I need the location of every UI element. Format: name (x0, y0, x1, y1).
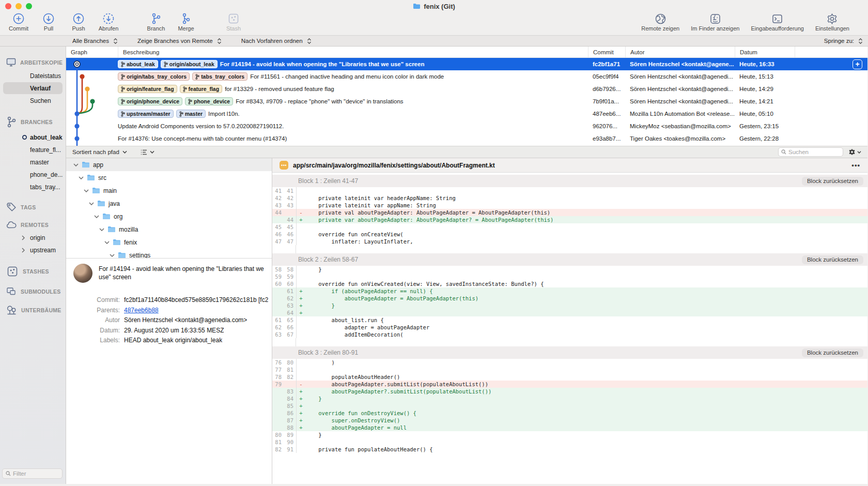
chevron-down-icon[interactable] (84, 189, 89, 192)
zoom-window-button[interactable] (26, 3, 32, 9)
diff-line[interactable]: 4343 private lateinit var appName: Strin… (272, 202, 867, 209)
diff-line[interactable]: 5858 } (272, 266, 867, 273)
sidebar-item-master[interactable]: master (3, 156, 63, 168)
traffic-lights[interactable] (5, 3, 32, 9)
abrufen-button[interactable]: Abrufen (97, 12, 120, 32)
branch-badge[interactable]: upstream/master (118, 110, 174, 118)
diff-line[interactable]: 79- aboutPageAdapter.submitList(populate… (272, 381, 867, 388)
parent-commit-link[interactable]: 487eeb6b88 (120, 307, 159, 314)
diff-line[interactable]: 61+ if (aboutPageAdapter == null) { (272, 287, 867, 295)
chevron-down-icon[interactable] (99, 228, 104, 231)
reset-block-button[interactable]: Block zurücksetzen (802, 348, 863, 357)
commit-row-6[interactable]: For #14376: Use concept-menu with tab co… (66, 132, 867, 145)
commit-list-header[interactable]: GraphBeschreibungCommitAutorDatum (66, 47, 867, 58)
sidebar-section-header-arbeitskopie[interactable]: ARBEITSKOPIE (0, 58, 66, 67)
branch-button[interactable]: Branch (145, 12, 167, 32)
diff-search-input[interactable] (788, 149, 835, 155)
sort-dropdown[interactable]: Sortiert nach pfad (72, 149, 127, 155)
column-header-autor[interactable]: Autor (625, 47, 735, 57)
sidebar-item-dateistatus[interactable]: Dateistatus (3, 70, 63, 82)
diff-line[interactable]: 4747 inflater: LayoutInflater, (272, 238, 867, 245)
tree-folder-app[interactable]: app (66, 158, 272, 171)
jump-to-stepper-icon[interactable] (858, 38, 863, 44)
sidebar-item-feature-fl-[interactable]: feature_fl... (3, 144, 63, 156)
stash-button[interactable]: Stash (222, 12, 245, 32)
column-header-graph[interactable]: Graph (66, 47, 118, 57)
tree-folder-main[interactable]: main (66, 184, 272, 197)
diff-line[interactable]: 6060 override fun onViewCreated(view: Vi… (272, 280, 867, 287)
column-header-datum[interactable]: Datum (735, 47, 795, 57)
reset-block-button[interactable]: Block zurücksetzen (802, 255, 863, 264)
column-header-commit[interactable]: Commit (588, 47, 625, 57)
sidebar-filter-box[interactable] (2, 468, 63, 479)
filter-dropdown-1[interactable]: Zeige Branches von Remote (137, 38, 222, 44)
diff-line[interactable]: 4242 private lateinit var headerAppName:… (272, 194, 867, 202)
merge-button[interactable]: Merge (175, 12, 197, 32)
add-tag-button[interactable]: + (853, 59, 862, 69)
chevron-down-icon[interactable] (94, 215, 99, 218)
filter-dropdown-2[interactable]: Nach Vorfahren ordnen (241, 38, 312, 44)
sidebar-section-header-unterbäume[interactable]: UNTERBÄUME (0, 305, 66, 315)
diff-line[interactable]: 86+ override fun onDestroyView() { (272, 409, 867, 417)
diff-line[interactable]: 8190 (272, 438, 867, 446)
chevron-down-icon[interactable] (73, 163, 79, 166)
diff-line[interactable]: 7680 ) (272, 359, 867, 366)
diff-line[interactable]: 85+ (272, 402, 867, 409)
tree-folder-settings[interactable]: settings (66, 249, 272, 259)
branch-badge[interactable]: origin/phone_device (118, 97, 182, 105)
chevron-down-icon[interactable] (79, 176, 84, 179)
sidebar-item-upstream[interactable]: upstream (3, 244, 63, 256)
diff-line[interactable]: 6165 about_list.run { (272, 316, 867, 324)
diff-search-box[interactable] (778, 147, 843, 157)
branch-badge[interactable]: feature_flag (180, 85, 223, 93)
tree-folder-src[interactable]: src (66, 171, 272, 184)
gear-toolbar-button[interactable]: Einstellungen (815, 12, 849, 32)
diff-line[interactable]: 4545 (272, 223, 867, 231)
commit-row-2[interactable]: origin/feature_flagfeature_flagfor #1332… (66, 83, 867, 95)
sidebar-section-header-submodules[interactable]: SUBMODULES (0, 287, 66, 296)
diff-line[interactable]: 4646 override fun onCreateView( (272, 231, 867, 238)
diff-line[interactable]: 63+ } (272, 302, 867, 309)
chevron-down-icon[interactable] (89, 202, 94, 205)
diff-line[interactable]: 87+ super.onDestroyView() (272, 417, 867, 424)
chevron-down-icon[interactable] (104, 241, 110, 244)
finder-toolbar-button[interactable]: Im Finder anzeigen (691, 12, 739, 32)
more-options-button[interactable]: ••• (851, 161, 860, 169)
branch-badge[interactable]: origin/tabs_tray_colors (118, 72, 190, 81)
diff-line[interactable]: 88+ aboutPageAdapter = null (272, 424, 867, 431)
commit-row-4[interactable]: upstream/mastermasterImport l10n.487eeb6… (66, 108, 867, 120)
globe-toolbar-button[interactable]: Remote zeigen (641, 12, 679, 32)
sidebar-section-header-stashes[interactable]: STASHES (0, 265, 66, 278)
column-header-beschreibung[interactable]: Beschreibung (118, 47, 588, 57)
diff-line[interactable]: 6266 adapter = aboutPageAdapter (272, 324, 867, 331)
commit-row-0[interactable]: about_leakorigin/about_leakFor #14194 - … (66, 58, 867, 70)
view-options-dropdown[interactable] (141, 149, 154, 155)
sidebar-section-header-branches[interactable]: BRANCHES (0, 116, 66, 128)
branch-badge[interactable]: phone_device (185, 97, 233, 105)
sidebar-item-phone-de-[interactable]: phone_de... (3, 169, 63, 180)
sidebar-section-header-tags[interactable]: TAGS (0, 202, 66, 212)
branch-badge[interactable]: about_leak (118, 60, 158, 68)
diff-line[interactable]: 64+ (272, 309, 867, 316)
diff-line[interactable]: 7781 (272, 366, 867, 373)
branch-badge[interactable]: origin/feature_flag (118, 85, 177, 93)
diff-line[interactable]: 8089 } (272, 431, 867, 438)
sidebar-item-about-leak[interactable]: about_leak (3, 131, 63, 143)
diff-settings-dropdown[interactable] (848, 148, 861, 156)
sidebar-filter-input[interactable] (13, 470, 57, 477)
branch-badge[interactable]: tabs_tray_colors (192, 72, 247, 81)
branch-badge[interactable]: master (176, 110, 206, 118)
sidebar-section-header-remotes[interactable]: REMOTES (0, 221, 66, 229)
commit-row-5[interactable]: Update Android Components version to 57.… (66, 120, 867, 132)
diff-line[interactable]: 8291 private fun populateAboutHeader() { (272, 446, 867, 453)
diff-line[interactable]: 4141 (272, 187, 867, 194)
pull-button[interactable]: Pull (37, 12, 60, 32)
terminal-toolbar-button[interactable]: Eingabeaufforderung (751, 12, 804, 32)
chevron-down-icon[interactable] (110, 254, 115, 257)
diff-line[interactable]: 7882 populateAboutHeader() (272, 373, 867, 381)
sidebar-item-suchen[interactable]: Suchen (3, 95, 63, 107)
reset-block-button[interactable]: Block zurücksetzen (802, 177, 863, 186)
branch-badge[interactable]: origin/about_leak (161, 60, 218, 68)
diff-line[interactable]: 83+ aboutPageAdapter?.submitList(populat… (272, 388, 867, 395)
tree-folder-java[interactable]: java (66, 197, 272, 210)
